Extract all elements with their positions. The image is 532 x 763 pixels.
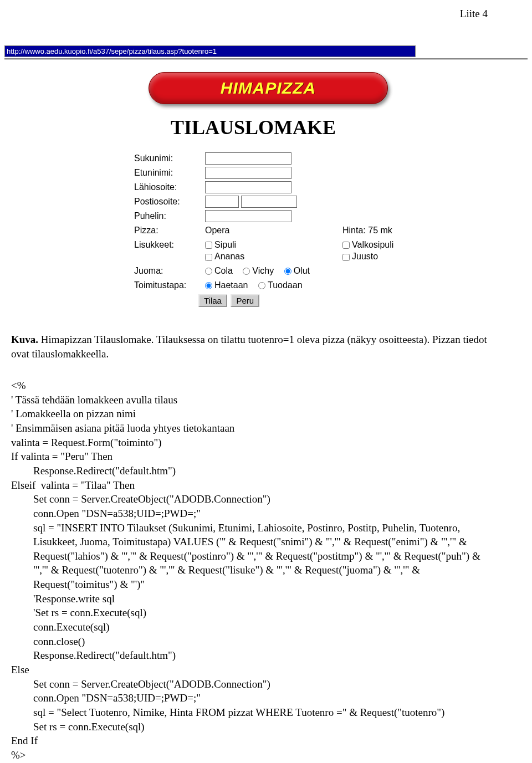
rb-cola-label: Cola [214, 266, 233, 275]
caption-label: Kuva. [11, 334, 38, 345]
caption-text: Himapizzan Tilauslomake. Tilauksessa on … [11, 334, 487, 360]
cb-ananas[interactable] [205, 254, 212, 261]
rb-vichy[interactable] [243, 268, 250, 275]
page-header: Liite 4 [0, 0, 532, 21]
rb-haetaan-label: Haetaan [214, 280, 248, 290]
label-pizza: Pizza: [132, 223, 203, 238]
rb-vichy-label: Vichy [252, 266, 274, 275]
hinta-value: Hinta: 75 mk [340, 223, 456, 238]
label-lisukkeet: Lisukkeet: [132, 238, 203, 264]
form-screenshot: HIMAPIZZA TILAUSLOMAKE Sukunimi: Etunini… [0, 72, 532, 318]
postinro-input[interactable] [205, 196, 239, 208]
pizza-value: Opera [203, 223, 340, 238]
rb-olut-label: Olut [294, 266, 310, 275]
label-postiosoite: Postiosoite: [132, 194, 203, 209]
label-puhelin: Puhelin: [132, 209, 203, 223]
label-lahiosoite: Lähiosoite: [132, 180, 203, 194]
cb-valkosipuli-label: Valkosipuli [352, 240, 393, 249]
label-sukunimi: Sukunimi: [132, 151, 203, 166]
cb-valkosipuli[interactable] [342, 242, 350, 249]
sukunimi-input[interactable] [205, 152, 291, 165]
code-listing: <% ' Tässä tehdään lomakkeen avulla tila… [0, 365, 532, 764]
puhelin-input[interactable] [205, 210, 291, 222]
cb-juusto-label: Juusto [352, 252, 378, 261]
cb-ananas-label: Ananas [214, 252, 244, 261]
brand-text: HIMAPIZZA [221, 77, 316, 100]
address-bar: http://wwwo.aedu.kuopio.fi/a537/sepe/piz… [4, 45, 416, 58]
label-juoma: Juoma: [132, 264, 203, 278]
logo-pill: HIMAPIZZA [149, 72, 388, 104]
page-title: TILAUSLOMAKE [171, 114, 528, 141]
etunimi-input[interactable] [205, 167, 291, 179]
label-etunimi: Etuninimi: [132, 166, 203, 180]
rb-tuodaan[interactable] [258, 282, 265, 289]
order-form: Sukunimi: Etuninimi: Lähiosoite: Postios… [132, 151, 456, 292]
peru-button[interactable]: Peru [231, 294, 259, 307]
tilaa-button[interactable]: Tilaa [198, 294, 227, 307]
cb-sipuli-label: Sipuli [214, 240, 236, 249]
divider [4, 58, 528, 60]
cb-juusto[interactable] [342, 254, 350, 261]
rb-haetaan[interactable] [205, 282, 212, 289]
figure-caption: Kuva. Himapizzan Tilauslomake. Tilaukses… [0, 318, 532, 364]
rb-cola[interactable] [205, 268, 212, 275]
cb-sipuli[interactable] [205, 242, 212, 249]
lahiosoite-input[interactable] [205, 181, 291, 193]
label-toimitustapa: Toimitustapa: [132, 278, 203, 293]
rb-olut[interactable] [284, 268, 291, 275]
rb-tuodaan-label: Tuodaan [268, 280, 303, 290]
postitmp-input[interactable] [241, 196, 297, 208]
